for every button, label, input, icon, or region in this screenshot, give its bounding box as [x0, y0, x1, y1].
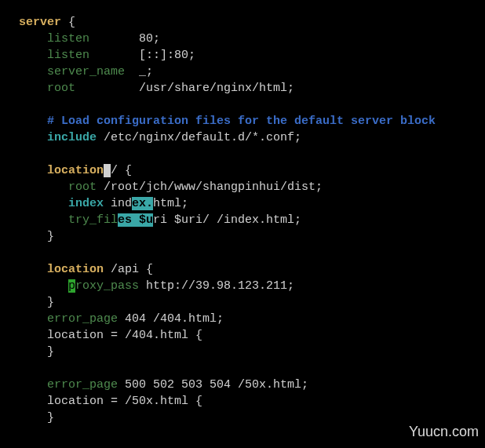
line-error-404: error_page 404 /404.html; [47, 312, 224, 326]
line-loc-50x: location = /50x.html { [47, 395, 202, 408]
line-location-api: location /api { [47, 263, 153, 276]
line-proxy-pass: proxy_pass http://39.98.123.211; [68, 279, 294, 293]
line-server: server { [19, 16, 75, 29]
line-loc-404: location = /404.html { [47, 329, 202, 342]
close-brace: } [47, 411, 54, 424]
cursor-icon [104, 164, 111, 177]
close-brace: } [47, 296, 54, 309]
line-location-root: location / { [47, 164, 132, 177]
close-brace: } [47, 345, 54, 359]
line-root: root /usr/share/nginx/html; [47, 82, 294, 95]
cursor-green-icon: p [68, 279, 75, 293]
nginx-config-code: server { listen 80; listen [::]:80; serv… [0, 0, 485, 426]
line-loc-root: root /root/jch/www/shangpinhui/dist; [68, 180, 323, 194]
line-listen-80: listen 80; [47, 32, 160, 46]
line-loc-index: index index.html; [68, 197, 188, 210]
line-loc-tryfiles: try_files $uri $uri/ /index.html; [68, 213, 301, 227]
watermark-text: Yuucn.com [409, 422, 479, 442]
line-listen-ipv6: listen [::]:80; [47, 49, 195, 62]
line-include: include /etc/nginx/default.d/*.conf; [47, 131, 301, 144]
highlight-icon: ex. [132, 197, 153, 210]
line-comment: # Load configuration files for the defau… [47, 115, 436, 128]
line-error-50x: error_page 500 502 503 504 /50x.html; [47, 378, 308, 392]
close-brace: } [47, 230, 54, 243]
line-server-name: server_name _; [47, 65, 153, 78]
